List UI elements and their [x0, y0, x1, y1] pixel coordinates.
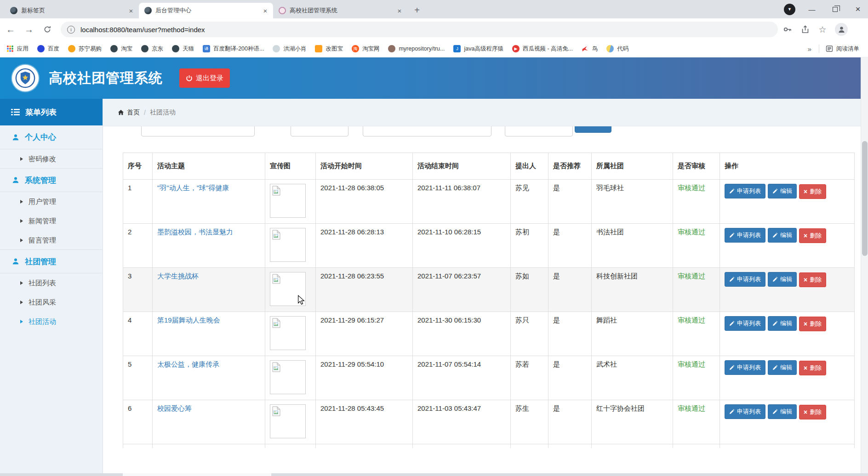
reading-list-button[interactable]: 阅读清单 — [826, 45, 859, 53]
delete-button[interactable]: ×删除 — [799, 184, 826, 199]
media-control-button[interactable]: ▼ — [784, 4, 795, 15]
sidebar-section-系统管理[interactable]: 系统管理 — [0, 168, 103, 192]
edit-button[interactable]: 编辑 — [768, 272, 797, 287]
edit-button[interactable]: 编辑 — [768, 404, 797, 419]
delete-button[interactable]: ×删除 — [799, 361, 826, 375]
apps-grid-icon — [6, 45, 14, 52]
bookmark-item[interactable]: Jjava高级程序猿 — [453, 45, 503, 53]
site-info-icon[interactable]: i — [67, 26, 75, 34]
tab-title: 高校社团管理系统 — [290, 6, 393, 15]
bookmark-item[interactable]: 天猫 — [172, 45, 194, 53]
main-content: 首页 / 社团活动 序号活动主题宣传图活动开始时间活动结束时间提出人是否推荐所属… — [103, 99, 861, 476]
profile-avatar[interactable] — [835, 23, 848, 36]
back-button[interactable]: ← — [3, 22, 18, 37]
address-bar[interactable]: i localhost:8080/team/user?method=index — [61, 22, 778, 37]
bookmark-item[interactable]: 淘宝 — [110, 45, 132, 53]
reload-button[interactable] — [40, 22, 55, 37]
cell-promo-image — [265, 180, 316, 224]
cell-proposer: 苏若 — [511, 356, 548, 400]
breadcrumb-home[interactable]: 首页 — [118, 108, 140, 117]
sidebar-item-密码修改[interactable]: 密码修改 — [0, 149, 103, 169]
tab-close-icon[interactable]: × — [395, 6, 404, 15]
apply-list-button[interactable]: 申请列表 — [725, 184, 765, 198]
bookmark-item[interactable]: 淘淘宝网 — [352, 45, 380, 53]
bookmark-star-icon[interactable]: ☆ — [817, 24, 828, 34]
sidebar-item-留言管理[interactable]: 留言管理 — [0, 231, 103, 250]
browser-tab-3[interactable]: 高校社团管理系统× — [273, 3, 407, 18]
vertical-scrollbar-thumb[interactable] — [862, 141, 868, 256]
bookmark-item[interactable]: 洪湖小肖 — [273, 45, 306, 53]
cell-club: 武术社 — [592, 356, 673, 400]
activity-title-link[interactable]: 第19届舞动人生晚会 — [157, 316, 220, 324]
cell-promo-image — [265, 224, 316, 268]
share-icon[interactable] — [800, 24, 810, 34]
search-filter-input-1[interactable] — [141, 126, 255, 136]
bookmark-item[interactable]: myrepository/tru... — [388, 45, 445, 52]
horizontal-scrollbar-thumb[interactable] — [123, 473, 271, 476]
activity-title-link[interactable]: 太极公益，健康传承 — [157, 360, 219, 368]
activity-title-link[interactable]: 墨韵溢校园，书法显魅力 — [157, 228, 233, 236]
browser-tab-2[interactable]: 后台管理中心× — [139, 3, 273, 18]
delete-button[interactable]: ×删除 — [799, 228, 826, 243]
tab-close-icon[interactable]: × — [127, 6, 135, 15]
edit-button[interactable]: 编辑 — [768, 184, 797, 198]
activity-title-link[interactable]: 校园爱心筹 — [157, 404, 192, 412]
bookmark-item[interactable]: 苏宁易购 — [68, 45, 102, 53]
bookmark-item[interactable]: 应用 — [6, 45, 29, 53]
sidebar-item-社团列表[interactable]: 社团列表 — [0, 273, 103, 293]
password-key-icon[interactable] — [782, 24, 793, 34]
cell-start-time: 2021-11-29 06:15:27 — [316, 312, 413, 356]
cell-index: 2 — [123, 224, 153, 268]
broken-image-icon — [272, 406, 281, 416]
forward-button[interactable]: → — [21, 22, 37, 37]
bookmark-item[interactable]: ▶西瓜视频 - 高清免... — [512, 45, 573, 53]
bookmark-item[interactable]: 改图宝 — [315, 45, 343, 53]
person-icon — [12, 134, 19, 141]
vertical-scrollbar[interactable] — [861, 57, 868, 476]
search-filter-input-2[interactable] — [291, 126, 348, 136]
delete-button[interactable]: ×删除 — [799, 272, 826, 287]
apply-list-button[interactable]: 申请列表 — [725, 404, 765, 419]
app-header: 高校社团管理系统 退出登录 — [0, 57, 861, 99]
apply-list-button[interactable]: 申请列表 — [725, 228, 765, 243]
window-restore-button[interactable] — [828, 0, 841, 18]
browser-tab-1[interactable]: 新标签页× — [5, 3, 139, 18]
window-close-button[interactable]: × — [851, 0, 864, 18]
edit-button[interactable]: 编辑 — [768, 360, 797, 375]
delete-button[interactable]: ×删除 — [799, 317, 826, 331]
edit-button[interactable]: 编辑 — [768, 316, 797, 331]
bookmarks-overflow-button[interactable]: » — [808, 45, 811, 53]
sidebar-section-社团管理[interactable]: 社团管理 — [0, 249, 103, 273]
url-text[interactable]: localhost:8080/team/user?method=index — [80, 26, 205, 34]
delete-button[interactable]: ×删除 — [799, 405, 826, 419]
search-filter-input-4[interactable] — [505, 126, 573, 136]
bookmark-item[interactable]: 京东 — [141, 45, 163, 53]
activity-title-link[interactable]: "羽"动人生，"球"得健康 — [157, 184, 229, 192]
bookmark-item[interactable]: 代码 — [606, 45, 628, 53]
new-tab-button[interactable]: + — [410, 3, 424, 17]
sidebar-item-新闻管理[interactable]: 新闻管理 — [0, 211, 103, 231]
apply-list-label: 申请列表 — [737, 275, 761, 283]
bookmark-item[interactable]: 鸟 — [582, 45, 598, 53]
filter-submit-button[interactable] — [575, 126, 611, 133]
sidebar-item-用户管理[interactable]: 用户管理 — [0, 192, 103, 211]
logout-button[interactable]: 退出登录 — [179, 68, 230, 88]
apply-list-button[interactable]: 申请列表 — [725, 316, 765, 331]
sidebar-item-社团活动[interactable]: 社团活动 — [0, 312, 103, 331]
activity-title-link[interactable]: 大学生挑战杯 — [157, 272, 199, 280]
cell-actions: 申请列表编辑×删除 — [720, 268, 855, 312]
sidebar-item-社团风采[interactable]: 社团风采 — [0, 293, 103, 312]
apply-list-button[interactable]: 申请列表 — [725, 272, 765, 287]
sidebar-section-个人中心[interactable]: 个人中心 — [0, 125, 103, 149]
bookmark-favicon-icon — [388, 45, 395, 52]
cell-recommended: 是 — [548, 444, 592, 448]
edit-button[interactable]: 编辑 — [768, 228, 797, 243]
tab-close-icon[interactable]: × — [261, 6, 269, 15]
bookmark-item[interactable]: 百度 — [37, 45, 59, 53]
horizontal-scrollbar[interactable] — [0, 473, 868, 476]
window-minimize-button[interactable]: — — [805, 0, 818, 18]
search-filter-input-3[interactable] — [363, 126, 491, 136]
apply-list-button[interactable]: 申请列表 — [725, 360, 765, 375]
cell-start-time: 2021-11-29 05:54:10 — [316, 356, 413, 400]
bookmark-item[interactable]: 译百度翻译-200种语... — [203, 45, 264, 53]
